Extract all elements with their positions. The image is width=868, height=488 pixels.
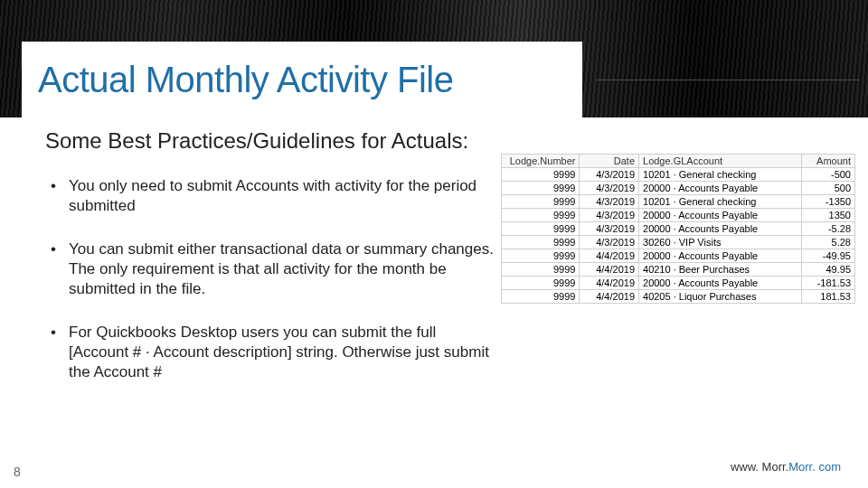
col-header-date: Date	[580, 155, 639, 168]
footer-url: www. Morr.Morr. com	[731, 460, 841, 474]
table-row: 99994/3/201930260 · VIP Visits5.28	[502, 236, 855, 249]
table-header-row: Lodge.Number Date Lodge.GLAccount Amount	[502, 155, 855, 168]
table-row: 99994/3/201920000 · Accounts Payable-5.2…	[502, 222, 855, 236]
data-table: Lodge.Number Date Lodge.GLAccount Amount…	[501, 154, 855, 304]
body-left-column: Some Best Practices/Guidelines for Actua…	[45, 128, 497, 407]
table-row: 99994/3/201920000 · Accounts Payable500	[502, 182, 855, 195]
list-item: You can submit either transactional data…	[45, 239, 497, 299]
table-row: 99994/4/201920000 · Accounts Payable-49.…	[502, 249, 855, 263]
table-row: 99994/4/201940205 · Liquor Purchases181.…	[502, 290, 855, 304]
col-header-glaccount: Lodge.GLAccount	[639, 155, 802, 168]
slide: Actual Monthly Activity File Some Best P…	[0, 0, 868, 488]
table-row: 99994/3/201910201 · General checking-135…	[502, 195, 855, 209]
bullet-list: You only need to submit Accounts with ac…	[45, 176, 497, 383]
page-number: 8	[0, 455, 34, 488]
table-row: 99994/4/201920000 · Accounts Payable-181…	[502, 277, 855, 290]
footer-url-prefix: www. Morr.	[731, 460, 788, 474]
table-row: 99994/4/201940210 · Beer Purchases49.95	[502, 263, 855, 277]
table-body: 99994/3/201910201 · General checking-500…	[502, 168, 855, 304]
table-row: 99994/3/201910201 · General checking-500	[502, 168, 855, 182]
title-plate: Actual Monthly Activity File	[22, 42, 582, 117]
table-row: 99994/3/201920000 · Accounts Payable1350	[502, 209, 855, 222]
title-horizontal-rule	[597, 80, 859, 80]
col-header-amount: Amount	[801, 155, 854, 168]
footer-url-suffix: Morr. com	[788, 460, 841, 474]
col-header-lodge: Lodge.Number	[502, 155, 580, 168]
list-item: You only need to submit Accounts with ac…	[45, 176, 497, 216]
slide-title: Actual Monthly Activity File	[38, 60, 454, 100]
subheading: Some Best Practices/Guidelines for Actua…	[45, 128, 497, 155]
list-item: For Quickbooks Desktop users you can sub…	[45, 323, 497, 382]
